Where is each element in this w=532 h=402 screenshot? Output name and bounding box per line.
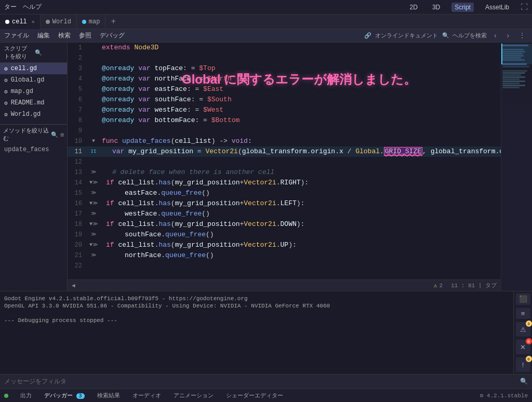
status-tab-shader[interactable]: シェーダーエディター [224, 392, 285, 399]
tab-world[interactable]: World [41, 15, 77, 29]
tab-map[interactable]: map [77, 15, 106, 29]
filter-search-icon[interactable]: 🔍 [520, 378, 528, 385]
code-line-22: 22 [68, 261, 501, 271]
code-line-17: 17 ≫ westFace.queue_free() [68, 209, 501, 219]
code-line-8: 8 @onready var bottomFace: = $Bottom [68, 115, 501, 126]
console-line-3 [4, 310, 509, 316]
maximize-icon[interactable]: ⛶ [521, 3, 528, 11]
status-tab-debugger[interactable]: デバッガー 3 [42, 392, 87, 399]
toolbar-assetlib[interactable]: AssetLib [482, 3, 512, 12]
file-icon-readme: ⚙ [4, 100, 8, 106]
method-search-icon[interactable]: 🔍 [51, 131, 58, 138]
toolbar-right: 2D 3D Script AssetLib [407, 3, 512, 12]
code-line-6: 6 @onready var southFace: = $South [68, 95, 501, 105]
sidebar-item-cell[interactable]: ⚙ cell.gd [0, 63, 67, 74]
error-count-badge: 0 [526, 338, 532, 344]
code-line-1: 1 extends Node3D [68, 43, 501, 53]
file-icon-map: ⚙ [4, 88, 8, 95]
minimap [501, 43, 532, 291]
bottom-btn-2[interactable]: ≡ [516, 308, 530, 319]
tab-dot-map [82, 20, 86, 24]
doc-link[interactable]: 🔗 オンラインドキュメント [364, 32, 438, 39]
help-search[interactable]: 🔍 ヘルプを検索 [442, 32, 487, 39]
bottom-panel: Godot Engine v4.2.1.stable.official.b09f… [0, 291, 532, 374]
nav-forward[interactable]: › [504, 32, 512, 40]
code-status-bar: ◀ ⚠ 2 11 : 81 | タブ [68, 279, 501, 291]
code-line-16: 16 ▼≫ if cell_list.has(my_grid_position+… [68, 198, 501, 209]
sidebar-filter-label: スクリプトを絞り [4, 45, 33, 60]
menu-file[interactable]: ファイル [4, 31, 29, 40]
warning-count-badge: 3 [526, 320, 532, 327]
code-line-20: 20 ▼≫ if cell_list.has(my_grid_position+… [68, 240, 501, 250]
cursor-position: 11 : 81 | タブ [451, 282, 497, 289]
code-line-11: 11 II var my_grid_position = Vector2i(gl… [68, 146, 501, 157]
status-tab-search[interactable]: 検索結果 [95, 392, 122, 399]
code-line-15: 15 ≫ eastFace.queue_free() [68, 188, 501, 198]
menu-reference[interactable]: 参照 [79, 31, 91, 40]
bottom-right-panel: ⬛ ≡ ⚠ 3 ✕ 0 ! 0 [513, 291, 532, 374]
status-active-dot [4, 394, 8, 398]
tab-close-cell[interactable]: ✕ [32, 19, 35, 25]
menu-search[interactable]: 検索 [58, 31, 71, 40]
tab-dot-world [46, 20, 50, 24]
menu-bar: ファイル 編集 検索 参照 デバッグ 🔗 オンラインドキュメント 🔍 ヘルプを検… [0, 29, 532, 43]
minimap-canvas [501, 43, 532, 291]
code-line-13: 13 ≫ # delete face when there is another… [68, 167, 501, 178]
method-panel-icon[interactable]: ⊞ [60, 131, 64, 138]
toolbar-script[interactable]: Script [451, 3, 474, 12]
tab-label-cell: cell [12, 18, 27, 25]
bottom-status-bar: 出力 デバッガー 3 検索結果 オーディオ アニメーション シェーダーエディター… [0, 388, 532, 402]
menu-edit[interactable]: 編集 [37, 31, 50, 40]
info-count-badge: 0 [526, 356, 532, 362]
code-line-14: 14 ▼≫ if cell_list.has(my_grid_position+… [68, 178, 501, 188]
version-info: ⚙ 4.2.1.stable [480, 392, 528, 399]
file-icon-cell: ⚙ [4, 65, 8, 72]
code-line-2: 2 [68, 53, 501, 63]
sidebar-label-readme: README.md [11, 99, 45, 106]
code-line-4: 4 @onready var northFace: = $North [68, 74, 501, 84]
sidebar-label-world: World.gd [11, 111, 41, 118]
code-line-18: 18 ▼≫ if cell_list.has(my_grid_position+… [68, 219, 501, 230]
tab-label-map: map [89, 18, 100, 25]
main-area: スクリプトを絞り 🔍 ⚙ cell.gd ⚙ Global.gd ⚙ map.g… [0, 43, 532, 291]
code-content: 1 extends Node3D 2 3 @onready var topFac… [68, 43, 501, 271]
status-tab-audio[interactable]: オーディオ [130, 392, 163, 399]
sidebar-header: スクリプトを絞り 🔍 [0, 43, 67, 63]
menu-debug[interactable]: デバッグ [100, 31, 125, 40]
toolbar-2d[interactable]: 2D [407, 3, 421, 12]
tab-cell[interactable]: cell ✕ [0, 15, 41, 29]
code-line-12: 12 [68, 157, 501, 167]
title-menu: ター ヘルプ [4, 3, 42, 11]
nav-more[interactable]: ⋮ [516, 31, 528, 40]
gear-icon: ⚙ [480, 393, 484, 399]
status-tab-animation[interactable]: アニメーション [171, 392, 216, 399]
tabs-row: cell ✕ World map + [0, 15, 532, 29]
menu-help[interactable]: ヘルプ [23, 3, 42, 11]
sidebar-item-readme[interactable]: ⚙ README.md [0, 97, 67, 109]
version-text: 4.2.1.stable [487, 393, 528, 399]
code-scroll[interactable]: Global に関するエラーが解消しました。 1 extends Node3D … [68, 43, 501, 279]
method-update-faces[interactable]: update_faces [0, 144, 67, 155]
code-line-3: 3 @onready var topFace: = $Top [68, 63, 501, 74]
bottom-btn-1[interactable]: ⬛ [516, 293, 530, 305]
menu-tar[interactable]: ター [4, 3, 17, 11]
sidebar-label-global: Global.gd [11, 76, 45, 84]
code-editor: Global に関するエラーが解消しました。 1 extends Node3D … [68, 43, 501, 291]
title-bar: ター ヘルプ 2D 3D Script AssetLib ⛶ [0, 0, 532, 15]
debugger-count-badge: 3 [76, 393, 85, 399]
file-icon-global: ⚙ [4, 77, 8, 84]
filter-input[interactable] [4, 378, 518, 385]
sidebar-item-world[interactable]: ⚙ World.gd [0, 109, 67, 120]
status-tab-output[interactable]: 出力 [18, 392, 34, 399]
console-line-4: --- Debugging process stopped --- [4, 317, 509, 324]
nav-back[interactable]: ‹ [491, 32, 499, 40]
code-line-7: 7 @onready var westFace: = $West [68, 105, 501, 115]
toolbar-3d[interactable]: 3D [429, 3, 443, 12]
sidebar-label-map: map.gd [11, 88, 33, 95]
scroll-left-arrow[interactable]: ◀ [72, 282, 75, 289]
sidebar-search-icon[interactable]: 🔍 [35, 49, 63, 56]
tab-add-button[interactable]: + [105, 17, 121, 26]
sidebar-item-map[interactable]: ⚙ map.gd [0, 86, 67, 97]
sidebar-item-global[interactable]: ⚙ Global.gd [0, 74, 67, 86]
sidebar: スクリプトを絞り 🔍 ⚙ cell.gd ⚙ Global.gd ⚙ map.g… [0, 43, 68, 291]
